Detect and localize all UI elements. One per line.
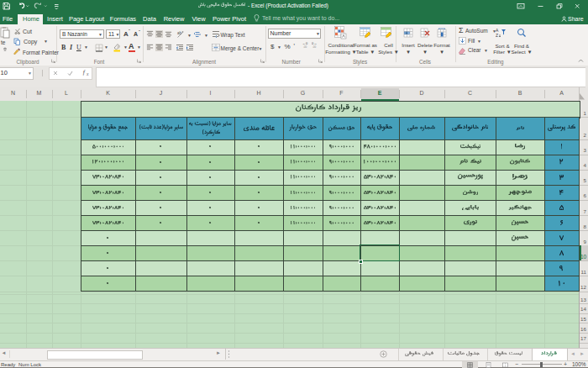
svg-text:Z: Z: [496, 33, 498, 38]
svg-text:A: A: [496, 28, 499, 33]
svg-text:te: te: [1, 39, 6, 45]
svg-text:.00: .00: [312, 45, 317, 49]
svg-text:0→: 0→: [312, 41, 317, 45]
svg-text:←0: ←0: [302, 41, 308, 45]
svg-text:ab: ab: [177, 31, 182, 35]
svg-text:.00: .00: [303, 45, 307, 49]
